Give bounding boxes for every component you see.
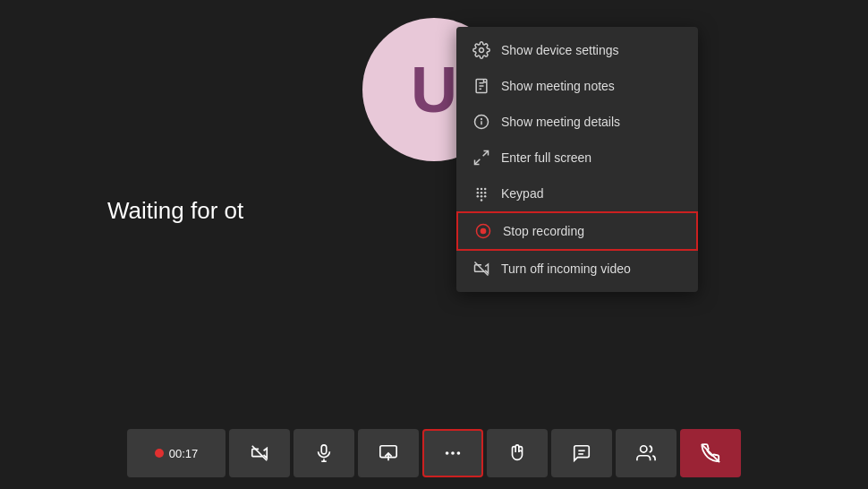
svg-point-13	[477, 192, 480, 194]
svg-rect-24	[321, 445, 327, 454]
svg-point-15	[484, 192, 487, 194]
notes-icon	[472, 77, 490, 95]
menu-item-stop-recording[interactable]: Stop recording	[456, 211, 698, 251]
svg-point-11	[481, 188, 483, 191]
fullscreen-icon	[472, 149, 490, 167]
menu-label-stop-recording: Stop recording	[503, 224, 584, 238]
menu-item-show-meeting-notes[interactable]: Show meeting notes	[456, 68, 698, 104]
svg-point-21	[481, 228, 487, 235]
gear-icon	[472, 41, 490, 59]
end-call-button[interactable]	[680, 429, 741, 477]
recording-time: 00:17	[169, 447, 199, 460]
stop-recording-icon	[474, 222, 492, 240]
svg-point-14	[481, 192, 483, 194]
record-dot	[155, 449, 164, 458]
menu-item-turn-off-video[interactable]: Turn off incoming video	[456, 251, 698, 287]
svg-point-18	[484, 195, 487, 198]
svg-point-19	[481, 199, 483, 202]
menu-item-enter-full-screen[interactable]: Enter full screen	[456, 140, 698, 176]
svg-line-9	[475, 159, 481, 165]
toolbar: 00:17	[0, 417, 868, 489]
share-button[interactable]	[358, 429, 419, 477]
main-area: U Waiting for ot Show device settings	[0, 0, 868, 489]
menu-label-show-device-settings: Show device settings	[501, 43, 619, 57]
svg-point-10	[477, 188, 480, 191]
mic-button[interactable]	[294, 429, 354, 477]
svg-point-29	[446, 451, 449, 455]
svg-line-23	[252, 446, 268, 461]
svg-line-22	[475, 262, 489, 276]
menu-label-show-meeting-details: Show meeting details	[501, 115, 620, 129]
info-icon	[472, 113, 490, 131]
raise-hand-button[interactable]	[487, 429, 548, 477]
svg-point-17	[481, 195, 483, 198]
menu-label-show-meeting-notes: Show meeting notes	[501, 79, 615, 93]
svg-point-0	[480, 48, 484, 53]
svg-point-16	[477, 195, 480, 198]
menu-label-turn-off-video: Turn off incoming video	[501, 262, 631, 276]
svg-point-12	[484, 188, 487, 191]
menu-item-keypad[interactable]: Keypad	[456, 176, 698, 211]
chat-button[interactable]	[551, 429, 612, 477]
menu-label-keypad: Keypad	[501, 186, 543, 201]
svg-point-31	[457, 451, 461, 455]
keypad-icon	[472, 184, 490, 202]
menu-item-show-meeting-details[interactable]: Show meeting details	[456, 104, 698, 140]
menu-label-enter-full-screen: Enter full screen	[501, 150, 591, 165]
waiting-text: Waiting for ot	[107, 197, 243, 225]
context-menu: Show device settings Show meeting notes	[456, 27, 698, 292]
participants-button[interactable]	[616, 429, 677, 477]
svg-point-30	[451, 451, 455, 455]
video-button[interactable]	[229, 429, 290, 477]
avatar-letter: U	[411, 57, 457, 122]
video-off-icon	[472, 260, 490, 278]
menu-item-show-device-settings[interactable]: Show device settings	[456, 32, 698, 68]
svg-line-8	[483, 151, 489, 157]
svg-point-34	[641, 446, 647, 452]
recording-button[interactable]: 00:17	[127, 429, 226, 477]
more-options-button[interactable]	[422, 429, 483, 477]
